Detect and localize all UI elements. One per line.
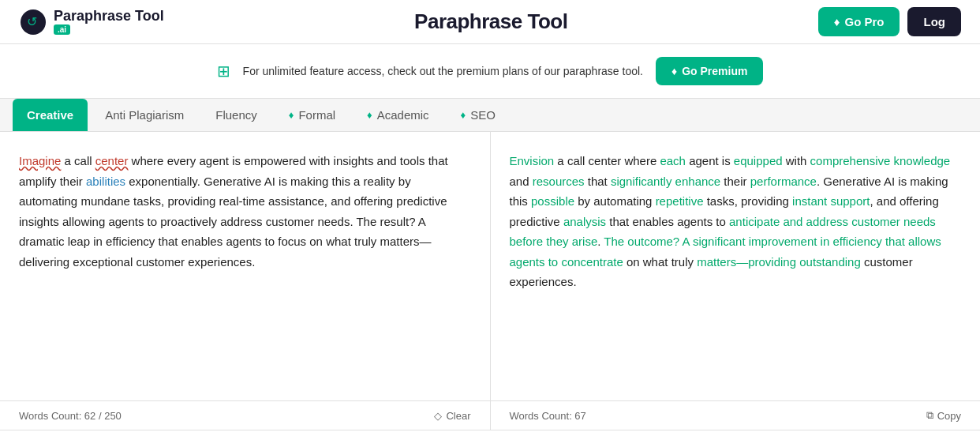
copy-icon: ⧉ <box>926 409 933 422</box>
left-panel[interactable]: Imagine a call center where every agent … <box>0 132 491 400</box>
go-premium-button[interactable]: ♦ Go Premium <box>656 57 763 85</box>
diamond-icon: ♦ <box>834 15 840 28</box>
tab-academic[interactable]: ♦Academic <box>353 99 443 131</box>
clear-icon: ◇ <box>434 410 442 422</box>
tabs-bar: CreativeAnti PlagiarismFluency♦Formal♦Ac… <box>0 99 980 132</box>
logo-icon: ↺ <box>19 8 47 36</box>
tab-fluency[interactable]: Fluency <box>201 99 271 131</box>
gem-icon: ♦ <box>367 109 372 121</box>
premium-banner: ⊞ For unlimited feature access, check ou… <box>0 44 980 99</box>
logo: ↺ Paraphrase Tool .ai <box>19 8 164 36</box>
left-word-count: Words Count: 62 / 250 <box>19 410 122 422</box>
copy-button[interactable]: ⧉ Copy <box>926 409 961 422</box>
left-footer: Words Count: 62 / 250 ◇ Clear <box>0 401 491 430</box>
action-bar: ↑ EN ▾ ✦ Paraphrase 63% Paraphrased ⬇ Ex… <box>0 430 980 436</box>
gem-icon: ♦ <box>289 109 294 121</box>
right-word-count: Words Count: 67 <box>510 410 586 422</box>
grid-icon: ⊞ <box>217 62 230 81</box>
logo-title: Paraphrase Tool <box>54 9 164 24</box>
banner-text: For unlimited feature access, check out … <box>243 65 643 77</box>
left-panel-text: Imagine a call center where every agent … <box>19 151 471 272</box>
go-pro-button[interactable]: ♦ Go Pro <box>818 7 900 36</box>
right-panel-text: Envision a call center where each agent … <box>510 151 962 292</box>
tab-seo[interactable]: ♦SEO <box>447 99 510 131</box>
header-actions: ♦ Go Pro Log <box>818 7 961 36</box>
tab-anti-plagiarism[interactable]: Anti Plagiarism <box>91 99 198 131</box>
diamond-icon: ♦ <box>671 65 677 77</box>
page-title: Paraphrase Tool <box>414 9 567 34</box>
right-footer: Words Count: 67 ⧉ Copy <box>491 401 981 430</box>
footer-bar: Words Count: 62 / 250 ◇ Clear Words Coun… <box>0 400 980 430</box>
tab-creative[interactable]: Creative <box>13 99 88 131</box>
right-panel: Envision a call center where each agent … <box>491 132 981 400</box>
main-content: Imagine a call center where every agent … <box>0 132 980 400</box>
logo-badge: .ai <box>54 24 70 35</box>
svg-text:↺: ↺ <box>27 15 37 28</box>
login-button[interactable]: Log <box>907 7 961 36</box>
clear-button[interactable]: ◇ Clear <box>434 410 470 422</box>
tab-formal[interactable]: ♦Formal <box>275 99 350 131</box>
gem-icon: ♦ <box>461 109 466 121</box>
header: ↺ Paraphrase Tool .ai Paraphrase Tool ♦ … <box>0 0 980 44</box>
